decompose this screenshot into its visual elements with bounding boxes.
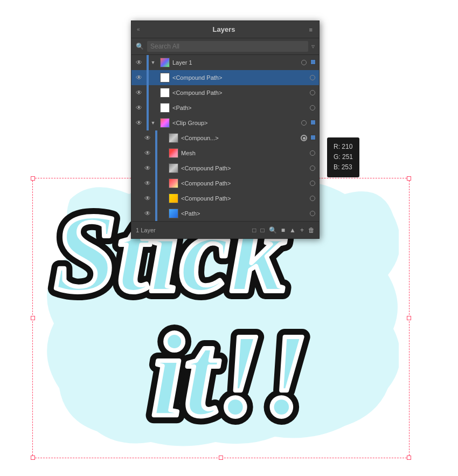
lock-icon[interactable]: ■ [281, 226, 285, 234]
handle-lm[interactable] [31, 316, 35, 320]
g-value: G: 251 [334, 152, 353, 162]
panel-title: Layers [213, 25, 235, 33]
eye-path1[interactable]: 👁 [131, 104, 147, 112]
panel-menu-icon[interactable]: ≡ [308, 26, 314, 33]
layer-name-layer1: Layer 1 [172, 59, 297, 66]
layer-row-compound2[interactable]: 👁 <Compound Path> [131, 85, 319, 100]
layer-name-compound4: <Compound Path> [181, 165, 306, 171]
target-compound5[interactable] [306, 181, 319, 186]
toggle-layer1[interactable]: ▼ [149, 60, 157, 65]
layer-row-path1[interactable]: 👁 <Path> [131, 100, 319, 115]
blue-bar-compound2 [147, 85, 149, 100]
handle-tr[interactable] [407, 176, 411, 181]
blue-bar-compound6 [155, 191, 157, 206]
blue-bar-compound4 [155, 161, 157, 176]
search-input[interactable] [147, 41, 308, 52]
make-layer-icon[interactable]: □ [252, 226, 256, 234]
color-indicator-compound3 [310, 135, 317, 141]
filter-icon[interactable]: ▿ [311, 43, 315, 50]
thumb-layer1 [159, 57, 171, 68]
target-clipgroup[interactable] [297, 120, 310, 126]
eye-path2[interactable]: 👁 [140, 210, 155, 217]
thumb-path1 [159, 102, 171, 114]
layer-name-compound2: <Compound Path> [172, 89, 306, 96]
layer-row-compound4[interactable]: 👁 <Compound Path> [131, 161, 319, 176]
eye-compound1[interactable]: 👁 [131, 74, 147, 81]
thumb-compound6 [168, 192, 179, 204]
blue-bar-compound3 [155, 130, 157, 146]
color-tooltip: R: 210 G: 251 B: 253 [327, 137, 359, 177]
layer-row-mesh[interactable]: 👁 Mesh [131, 146, 319, 161]
eye-compound4[interactable]: 👁 [140, 164, 155, 172]
thumb-clipgroup [159, 117, 171, 129]
color-indicator-layer1 [310, 59, 317, 66]
layer-name-path1: <Path> [172, 105, 306, 111]
handle-tl[interactable] [31, 176, 35, 181]
target-mesh[interactable] [306, 150, 319, 156]
r-value: R: 210 [334, 142, 353, 152]
search-icon: 🔍 [136, 43, 144, 50]
search-layer-icon[interactable]: 🔍 [269, 226, 277, 234]
target-compound1[interactable] [306, 75, 319, 80]
layer-row-compound1[interactable]: 👁 <Compound Path> [131, 70, 319, 85]
eye-layer1[interactable]: 👁 [131, 59, 147, 66]
layer-name-compound3: <Compoun...> [181, 135, 297, 141]
add-layer-icon[interactable]: + [300, 226, 304, 234]
layer-row-layer1[interactable]: 👁 ▼ Layer 1 [131, 55, 319, 70]
b-value: B: 253 [334, 162, 353, 173]
layer-row-compound5[interactable]: 👁 <Compound Path> [131, 176, 319, 191]
target-path1[interactable] [306, 105, 319, 111]
thumb-compound4 [168, 162, 179, 174]
blue-bar-path2 [155, 206, 157, 221]
target-compound4[interactable] [306, 165, 319, 171]
handle-bl[interactable] [31, 456, 35, 460]
layers-panel: « Layers ≡ 🔍 ▿ 👁 ▼ [131, 20, 320, 239]
layer-name-path2: <Path> [181, 210, 306, 217]
layer-row-path2[interactable]: 👁 <Path> [131, 206, 319, 221]
eye-compound5[interactable]: 👁 [140, 180, 155, 187]
handle-rm[interactable] [407, 316, 411, 320]
blue-bar-compound1 [147, 70, 149, 85]
target-layer1[interactable] [297, 60, 310, 65]
eye-compound6[interactable]: 👁 [140, 195, 155, 202]
handle-bm[interactable] [219, 456, 223, 460]
layer-name-clipgroup: <Clip Group> [172, 120, 297, 126]
thumb-compound5 [168, 177, 179, 189]
thumb-compound3 [168, 132, 179, 144]
collapse-icon[interactable]: « [137, 26, 140, 32]
layer-name-compound6: <Compound Path> [181, 195, 306, 202]
blue-bar-path1 [147, 100, 149, 115]
merge-icon[interactable]: ▲ [289, 226, 296, 234]
layer-comp-icon[interactable]: □ [261, 226, 265, 234]
thumb-compound2-img [159, 87, 171, 99]
blue-bar-compound5 [155, 176, 157, 191]
target-compound2[interactable] [306, 90, 319, 95]
layer-name-compound5: <Compound Path> [181, 180, 306, 187]
eye-compound3[interactable]: 👁 [140, 134, 155, 142]
canvas-area: Stick it!! Stick it!! Stick it!! « Layer… [0, 0, 458, 476]
thumb-mesh [168, 147, 179, 159]
layer-count: 1 Layer [136, 227, 156, 233]
layer-row-clipgroup[interactable]: 👁 ▼ <Clip Group> [131, 115, 319, 130]
target-path2[interactable] [306, 211, 319, 216]
layers-list: 👁 ▼ Layer 1 👁 [131, 55, 319, 221]
footer-icons: □ □ 🔍 ■ ▲ + 🗑 [252, 226, 315, 234]
svg-text:it!!: it!! [151, 309, 309, 441]
layer-name-mesh: Mesh [181, 150, 306, 156]
handle-br[interactable] [407, 456, 411, 460]
toggle-clipgroup[interactable]: ▼ [149, 120, 157, 126]
panel-footer: 1 Layer □ □ 🔍 ■ ▲ + 🗑 [131, 221, 319, 238]
blue-bar-mesh [155, 146, 157, 161]
eye-compound2[interactable]: 👁 [131, 89, 147, 96]
layer-row-compound3[interactable]: 👁 <Compoun...> [131, 130, 319, 146]
panel-titlebar: « Layers ≡ [131, 21, 319, 38]
layer-row-compound6[interactable]: 👁 <Compound Path> [131, 191, 319, 206]
color-indicator-clipgroup [310, 120, 317, 126]
search-bar: 🔍 ▿ [131, 38, 319, 55]
thumb-compound1 [159, 72, 171, 84]
target-compound3[interactable] [297, 135, 310, 141]
delete-layer-icon[interactable]: 🗑 [308, 226, 315, 234]
target-compound6[interactable] [306, 196, 319, 201]
eye-clipgroup[interactable]: 👁 [131, 119, 147, 127]
eye-mesh[interactable]: 👁 [140, 149, 155, 157]
